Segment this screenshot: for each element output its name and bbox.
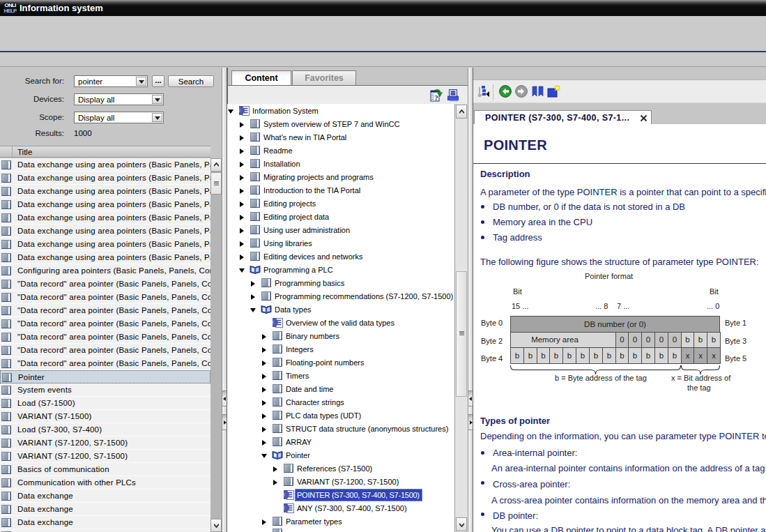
svg-text:?: ? (434, 93, 438, 102)
